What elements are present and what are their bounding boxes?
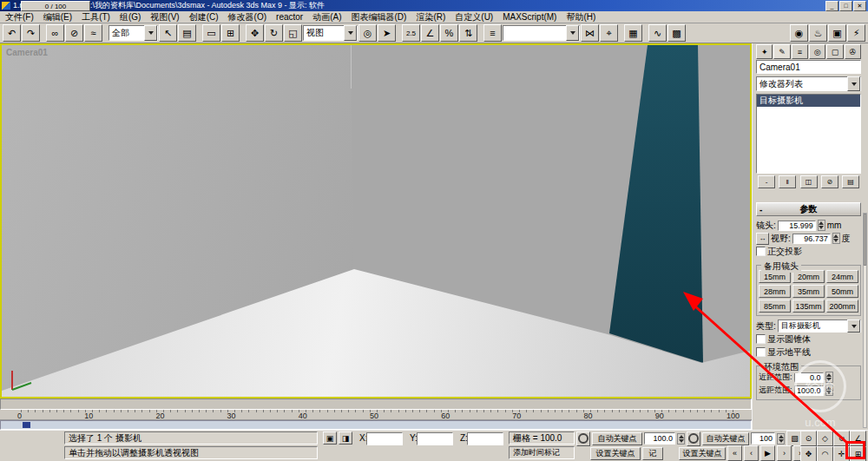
y-coordinate-field[interactable] [417,432,453,445]
lens-35mm-button[interactable]: 35mm [792,285,825,298]
time-slider-thumb[interactable]: 0 / 100 [21,1,90,11]
menu-create[interactable]: 创建(C) [189,11,219,23]
add-time-tag-button[interactable]: 添加时间标记 [509,446,575,459]
roll-camera-button[interactable]: ↻ [833,431,850,446]
bind-to-space-warp-icon[interactable]: ≈ [84,24,102,42]
next-frame-button[interactable]: › [777,445,792,461]
near-range-spinner[interactable] [825,372,833,383]
fov-field[interactable]: 96.737 [792,234,831,244]
key-frame-spinner-1[interactable] [677,433,685,445]
object-name-field[interactable]: Camera01 [756,60,861,74]
mirror-icon[interactable]: ⋈ [581,24,599,42]
align-icon[interactable]: ⌖ [600,24,618,42]
x-coordinate-field[interactable] [366,432,403,445]
menu-animation[interactable]: 动画(A) [312,11,341,23]
camera-viewport[interactable]: Camera01 [0,43,752,398]
reference-coordinate-dropdown[interactable]: 视图 [303,25,358,41]
lens-85mm-button[interactable]: 85mm [759,300,791,313]
absolute-mode-icon[interactable]: ◨ [339,431,352,445]
pan-viewport-button[interactable]: ✛ [833,446,850,461]
select-and-rotate-icon[interactable]: ↻ [265,24,283,42]
auto-key-button-2[interactable]: 自动关键点 [702,432,749,445]
play-button[interactable]: ▶ [760,445,775,461]
remove-modifier-button[interactable]: ⊘ [821,175,838,188]
select-and-scale-icon[interactable]: ◱ [284,24,302,42]
track-bar[interactable] [0,420,752,430]
set-key-button-2[interactable]: 设置关键点 [679,447,726,460]
menu-modifiers[interactable]: 修改器(O) [228,11,266,23]
maximize-button[interactable]: □ [839,1,852,11]
unlink-selection-icon[interactable]: ⊘ [65,24,83,42]
stack-item-target-camera[interactable]: 目标摄影机 [757,95,860,107]
key-filter-button[interactable]: 记 [642,447,663,460]
menu-graph-editors[interactable]: 图表编辑器(D) [352,11,407,23]
undo-icon[interactable]: ↶ [3,24,21,42]
z-coordinate-field[interactable] [467,432,503,445]
near-range-field[interactable]: 0.0 [794,372,824,383]
keyframe-marker[interactable] [23,422,30,428]
panel-scrollbar[interactable] [863,213,867,428]
layer-manager-icon[interactable]: ▦ [624,24,642,42]
modify-tab[interactable]: ✎ [773,44,790,59]
chevron-down-icon[interactable] [847,76,860,91]
lens-24mm-button[interactable]: 24mm [826,270,858,283]
snap-toggle-icon[interactable]: 2.5 [402,24,420,42]
motion-tab[interactable]: ◎ [809,44,825,59]
curve-editor-icon[interactable]: ∿ [648,24,667,42]
lens-spinner[interactable] [818,220,825,231]
panel-scrollbar-thumb[interactable] [864,214,866,266]
rectangular-selection-region-icon[interactable]: ▭ [202,24,220,42]
set-key-mode-icon[interactable] [576,431,590,446]
chevron-down-icon[interactable] [344,25,357,41]
viewport-label[interactable]: Camera01 [6,48,48,57]
menu-tools[interactable]: 工具(T) [82,11,110,23]
orthographic-checkbox[interactable] [756,247,766,256]
edit-named-selections-icon[interactable]: ≡ [483,24,502,42]
menu-views[interactable]: 视图(V) [150,11,179,23]
modifier-stack-list[interactable]: 目标摄影机 [756,94,861,174]
go-to-start-button[interactable]: « [727,445,742,461]
lock-selection-icon[interactable]: ▣ [323,431,337,445]
select-and-move-icon[interactable]: ✥ [246,24,264,42]
chevron-down-icon[interactable] [566,25,579,41]
lens-50mm-button[interactable]: 50mm [826,285,858,298]
spinner-snap-icon[interactable]: ⇅ [459,24,477,42]
key-frame-field-2[interactable]: 100 [751,432,775,445]
window-crossing-toggle-icon[interactable]: ⊞ [221,24,240,42]
auto-key-button[interactable]: 自动关键点 [592,432,642,445]
lens-200mm-button[interactable]: 200mm [826,300,858,313]
previous-frame-button[interactable]: ‹ [744,445,759,461]
menu-group[interactable]: 组(G) [120,11,141,23]
menu-edit[interactable]: 编辑(E) [43,11,72,23]
select-by-name-icon[interactable]: ▤ [178,24,196,42]
menu-customize[interactable]: 自定义(U) [455,11,493,23]
make-unique-button[interactable]: ◫ [800,175,818,188]
display-tab[interactable]: ▢ [826,44,843,59]
pin-stack-button[interactable]: - [758,175,775,188]
truck-camera-button[interactable]: ✥ [800,446,817,461]
schematic-view-icon[interactable]: ▩ [667,24,686,42]
modifier-list-dropdown[interactable]: 修改器列表 [756,76,861,91]
quick-render-icon[interactable]: ⚡ [847,24,865,42]
far-range-spinner[interactable] [825,385,833,396]
show-end-result-button[interactable]: ‖ [779,175,796,188]
key-frame-field-1[interactable]: 100.0 [644,432,675,445]
fov-button[interactable]: ∠ [850,431,866,446]
render-scene-icon[interactable]: ♨ [809,24,827,42]
chevron-down-icon[interactable] [144,25,157,41]
set-key-mode-icon[interactable] [687,431,700,446]
menu-maxscript[interactable]: MAXScript(M) [503,12,556,22]
lens-135mm-button[interactable]: 135mm [792,300,825,313]
camera-type-dropdown[interactable]: 目标摄影机 [778,319,861,333]
close-button[interactable]: ✕ [853,1,866,11]
render-type-icon[interactable]: ▣ [828,24,846,42]
lens-28mm-button[interactable]: 28mm [759,285,791,298]
parameters-rollout-header[interactable]: - 参数 [756,202,861,216]
fov-direction-button[interactable]: ↔ [756,233,769,245]
selection-filter-dropdown[interactable]: 全部 [108,25,158,41]
perspective-button[interactable]: ◇ [817,431,833,446]
create-tab[interactable]: ✦ [756,44,773,59]
minimize-button[interactable]: _ [825,1,838,11]
show-horizon-checkbox[interactable] [756,347,766,357]
menu-rendering[interactable]: 渲染(R) [416,11,445,23]
